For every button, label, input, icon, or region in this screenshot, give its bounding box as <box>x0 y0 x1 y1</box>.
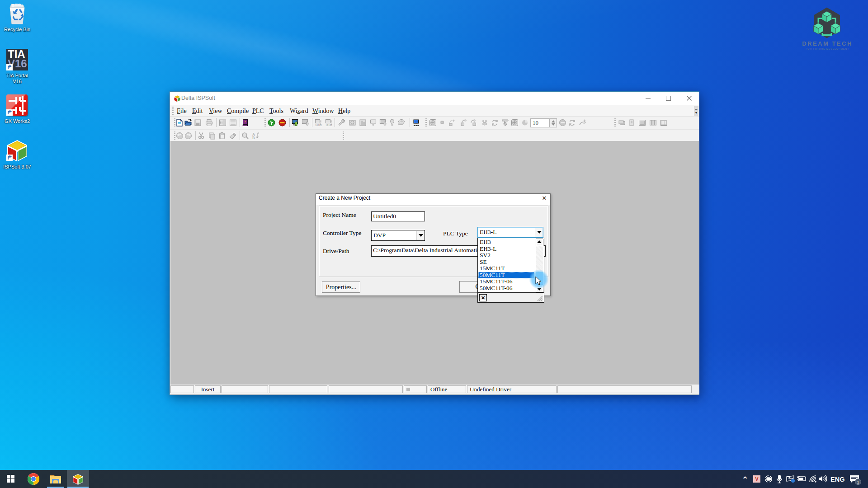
svg-text:1: 1 <box>857 480 859 484</box>
svg-text:10101: 10101 <box>326 124 332 127</box>
svg-text:?: ? <box>244 120 246 124</box>
svg-text:B: B <box>252 136 255 140</box>
svg-text:10101: 10101 <box>315 124 322 127</box>
